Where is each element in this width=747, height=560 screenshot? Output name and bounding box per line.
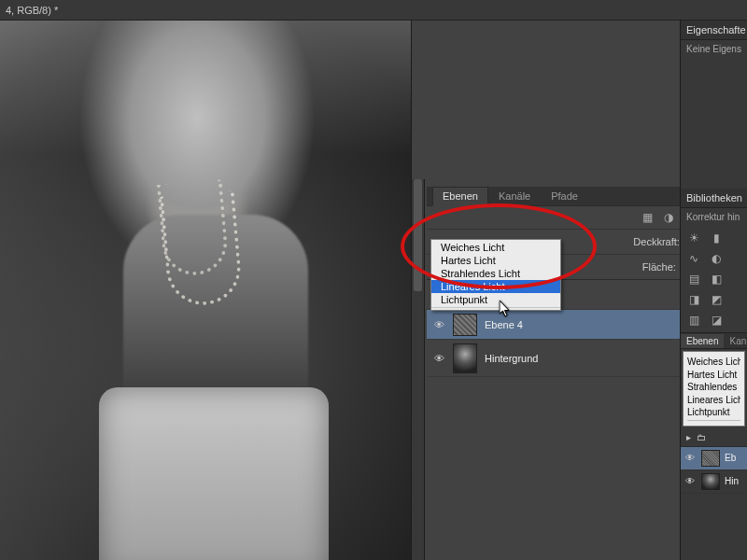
filter-adjust-icon[interactable]: ◑	[662, 211, 675, 224]
blend-option-pin-light[interactable]: Lichtpunkt	[431, 293, 560, 306]
tab-paths[interactable]: Pfade	[541, 187, 588, 205]
properties-placeholder: Keine Eigens	[681, 40, 747, 58]
blend-option-pin-light[interactable]: Lichtpunkt	[687, 406, 740, 419]
layer-thumbnail[interactable]	[701, 450, 720, 467]
levels-icon[interactable]: ▮	[709, 231, 724, 245]
disclosure-arrow-icon[interactable]: ▸	[686, 432, 691, 442]
blend-option-hard-light[interactable]: Hartes Licht	[431, 254, 560, 267]
hue-icon[interactable]: ◧	[709, 273, 724, 286]
bw-icon[interactable]: ◨	[686, 293, 701, 306]
blend-option-soft-light[interactable]: Weiches Licht	[431, 241, 560, 254]
mini-layer-list: 👁 Eb 👁 Hin	[681, 447, 747, 494]
layer-thumbnail[interactable]	[453, 343, 477, 373]
adjustment-icon-grid: ☀ ▮ ∿ ◐ ▤ ◧ ◨ ◩ ▥ ◪	[681, 226, 747, 332]
blend-option-vivid-light[interactable]: Strahlendes Licht	[431, 267, 560, 280]
invert-icon[interactable]: ◪	[709, 314, 724, 327]
filter-pixel-icon[interactable]: ▦	[641, 211, 654, 224]
blend-option-soft-light[interactable]: Weiches Licht	[687, 356, 740, 369]
menu-separator	[431, 307, 560, 308]
curves-icon[interactable]: ∿	[686, 252, 701, 265]
lut-icon[interactable]: ▥	[686, 314, 701, 327]
mini-layer-row[interactable]: 👁 Hin	[681, 470, 747, 494]
visibility-toggle-icon[interactable]: 👁	[685, 453, 697, 463]
mini-layer-row-selected[interactable]: 👁 Eb	[681, 447, 747, 470]
document-preview	[0, 21, 411, 560]
adjustments-label: Korrektur hin	[681, 208, 747, 226]
visibility-toggle-icon[interactable]: 👁	[432, 318, 445, 331]
visibility-toggle-icon[interactable]: 👁	[432, 352, 445, 365]
brightness-icon[interactable]: ☀	[686, 231, 701, 245]
photo-filter-icon[interactable]: ◩	[709, 293, 724, 306]
fill-label: Fläche:	[642, 261, 676, 273]
visibility-toggle-icon[interactable]: 👁	[685, 476, 697, 486]
mini-tab-layers[interactable]: Ebenen	[681, 334, 724, 348]
tab-channels[interactable]: Kanäle	[488, 187, 541, 205]
tab-layers[interactable]: Ebenen	[432, 187, 488, 206]
document-title: 4, RGB/8) *	[0, 0, 747, 21]
libraries-panel-title[interactable]: Bibliotheken	[681, 189, 747, 208]
blend-option-hard-light[interactable]: Hartes Licht	[687, 369, 740, 382]
blend-option-linear-light[interactable]: Lineares Licht	[431, 280, 560, 293]
layer-name[interactable]: Eb	[725, 453, 736, 463]
canvas[interactable]	[0, 21, 411, 560]
blend-mode-dropdown[interactable]: Weiches Licht Hartes Licht Strahlendes L…	[430, 239, 561, 311]
layer-name[interactable]: Hin	[725, 476, 739, 486]
blend-option-linear-light[interactable]: Lineares Licht	[687, 394, 740, 407]
mini-blend-dropdown[interactable]: Weiches Licht Hartes Licht Strahlendes L…	[683, 351, 745, 427]
exposure-icon[interactable]: ◐	[709, 252, 724, 265]
vertical-scrollbar[interactable]	[412, 179, 425, 560]
layer-thumbnail[interactable]	[701, 473, 720, 490]
scrollbar-thumb[interactable]	[414, 179, 422, 291]
opacity-label: Deckkraft:	[633, 236, 680, 247]
vibrance-icon[interactable]: ▤	[686, 273, 701, 286]
menu-separator	[687, 420, 740, 421]
blend-option-vivid-light[interactable]: Strahlendes Licht	[687, 381, 740, 394]
properties-panel-title[interactable]: Eigenschafte	[681, 21, 747, 40]
layer-thumbnail[interactable]	[453, 314, 477, 336]
folder-icon: 🗀	[697, 432, 706, 442]
mini-tab-channels[interactable]: Kan	[724, 334, 747, 348]
